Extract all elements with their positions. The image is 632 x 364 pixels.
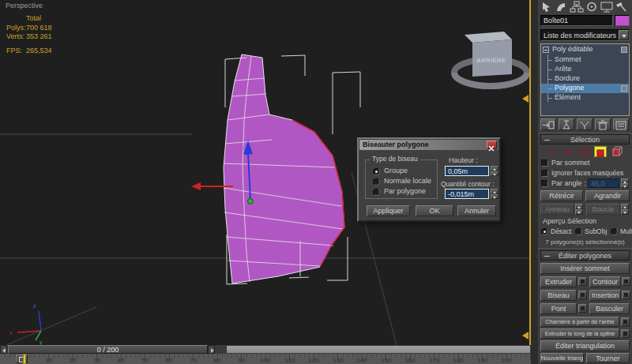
inset-button[interactable]: Insertion xyxy=(589,290,621,301)
by-angle-spinner[interactable] xyxy=(621,178,629,188)
object-name-field[interactable]: Boîte01 xyxy=(540,15,613,26)
preview-off-label[interactable]: Désact xyxy=(551,227,571,235)
outline-button[interactable]: Contour xyxy=(589,276,621,287)
splitter-marker-icon[interactable] xyxy=(522,95,529,103)
make-unique-icon[interactable] xyxy=(577,118,592,130)
bridge-settings-icon[interactable] xyxy=(578,304,587,313)
shrink-button[interactable]: Rétrécir xyxy=(540,190,583,201)
modify-icon[interactable] xyxy=(555,1,569,13)
grow-button[interactable]: Agrandir xyxy=(585,190,630,201)
apply-button[interactable]: Appliquer xyxy=(367,205,410,216)
insert-vertex-button[interactable]: Insérer sommet xyxy=(540,263,630,274)
height-spinner[interactable] xyxy=(491,166,498,176)
bridge-button[interactable]: Pont xyxy=(540,303,577,314)
radio-by-polygon[interactable] xyxy=(373,189,380,196)
hinge-settings-icon[interactable] xyxy=(621,317,630,326)
outline-settings-icon[interactable] xyxy=(622,277,630,286)
stack-item-element[interactable]: Élément xyxy=(541,93,629,103)
viewport-label[interactable]: Perspective xyxy=(6,2,43,9)
radio-local-normal[interactable] xyxy=(373,178,380,186)
create-icon[interactable] xyxy=(540,1,554,13)
pin-stack-icon[interactable] xyxy=(540,118,556,130)
modifier-list-dropdown[interactable]: Liste des modificateurs xyxy=(540,29,630,41)
by-angle-label[interactable]: Par angle : xyxy=(551,179,586,187)
extrude-button[interactable]: Extruder xyxy=(540,276,577,287)
hinge-from-edge-button[interactable]: Charnière à partir de l'arête xyxy=(540,317,619,327)
ok-button[interactable]: OK xyxy=(416,205,453,216)
inset-settings-icon[interactable] xyxy=(622,291,630,299)
preview-multi-label[interactable]: Multi xyxy=(620,227,632,235)
edge-subobject-icon[interactable] xyxy=(562,146,575,157)
remove-modifier-icon[interactable] xyxy=(595,118,611,130)
close-icon[interactable] xyxy=(487,141,497,149)
next-frame-button[interactable] xyxy=(208,345,215,354)
configure-modifier-sets-icon[interactable] xyxy=(613,118,629,130)
viewcube-back-label[interactable]: ARRIÈRE xyxy=(477,57,506,64)
axis-tripod: x z y xyxy=(9,303,43,345)
polygon-subobject-icon[interactable] xyxy=(594,146,607,157)
time-slider[interactable]: 0 / 200 xyxy=(8,345,208,354)
stack-item-border[interactable]: Bordure xyxy=(541,74,629,84)
splitter-marker-icon[interactable] xyxy=(522,332,529,340)
hierarchy-icon[interactable] xyxy=(570,1,584,13)
flip-button[interactable]: Basculer xyxy=(589,303,630,314)
preview-off-radio[interactable] xyxy=(541,228,548,235)
motion-icon[interactable] xyxy=(585,1,599,13)
border-subobject-icon[interactable] xyxy=(578,146,591,157)
extrude-along-spline-settings-icon[interactable] xyxy=(621,329,630,338)
stack-item-vertex[interactable]: Sommet xyxy=(541,55,629,65)
object-color-swatch[interactable] xyxy=(615,15,630,26)
viewcube[interactable]: ARRIÈRE xyxy=(454,32,527,86)
ignore-backfacing-checkbox[interactable] xyxy=(541,170,548,177)
preview-subobj-radio[interactable] xyxy=(575,228,582,235)
track-bar-tick: 70 xyxy=(186,357,201,364)
radio-group[interactable] xyxy=(373,168,380,175)
outline-amount-spinner[interactable] xyxy=(491,189,498,199)
current-frame-marker[interactable] xyxy=(23,354,26,364)
display-icon[interactable] xyxy=(600,1,614,13)
extrude-along-spline-button[interactable]: Extruder le long de la spline xyxy=(540,328,619,339)
track-bar-tick: 120 xyxy=(306,357,322,364)
height-input[interactable]: 0,05m xyxy=(445,166,489,176)
editable-poly-model[interactable] xyxy=(224,54,344,283)
stats-polys-label: Polys: xyxy=(6,24,26,32)
stack-item-polygon[interactable]: Polygone xyxy=(541,84,629,93)
stack-pin-icon[interactable] xyxy=(621,47,627,53)
radio-by-polygon-label[interactable]: Par polygone xyxy=(384,187,426,195)
ignore-backfacing-label[interactable]: Ignorer faces masquées xyxy=(551,169,623,177)
chevron-down-icon[interactable] xyxy=(619,30,629,40)
turn-button[interactable]: Tourner xyxy=(586,353,630,363)
retriangulate-button[interactable]: Nouvelle triang xyxy=(540,353,584,363)
dialog-title-bar[interactable]: Biseauter polygone xyxy=(359,140,498,150)
cancel-button[interactable]: Annuler xyxy=(457,205,496,216)
element-subobject-icon[interactable] xyxy=(610,146,623,157)
ring-button[interactable]: Anneau xyxy=(540,204,574,215)
track-bar[interactable]: 10 20 30 40 50 60 70 80 90 100 110 120 1… xyxy=(0,354,531,364)
previous-frame-button[interactable] xyxy=(0,345,7,354)
vertex-subobject-icon[interactable] xyxy=(547,146,559,157)
utilities-icon[interactable] xyxy=(615,1,629,13)
stack-root-row[interactable]: Poly éditable xyxy=(541,45,629,54)
edit-triangulation-button[interactable]: Éditer triangulation xyxy=(540,340,630,351)
by-vertex-label[interactable]: Par sommet xyxy=(551,159,590,167)
loop-button[interactable]: Boucle xyxy=(586,204,620,215)
edit-polygons-rollout-header[interactable]: Éditer polygones xyxy=(540,250,630,261)
preview-subobj-label[interactable]: SubObj xyxy=(585,227,607,235)
loop-spinner[interactable] xyxy=(621,204,629,215)
radio-group-label[interactable]: Groupe xyxy=(384,167,408,174)
stack-item-edge[interactable]: Arête xyxy=(541,65,629,74)
bevel-settings-icon[interactable] xyxy=(578,291,587,299)
selection-rollout-header[interactable]: Sélection xyxy=(540,134,630,144)
by-angle-input[interactable]: 45,0 xyxy=(588,178,619,188)
outline-amount-input[interactable]: -0,015m xyxy=(445,189,489,199)
radio-local-normal-label[interactable]: Normale locale xyxy=(384,177,431,185)
bevel-button[interactable]: Biseau xyxy=(540,290,577,301)
by-angle-checkbox[interactable] xyxy=(541,180,548,187)
preview-multi-radio[interactable] xyxy=(611,228,618,235)
collapse-icon[interactable] xyxy=(543,47,549,53)
extrude-settings-icon[interactable] xyxy=(578,277,587,286)
ring-spinner[interactable] xyxy=(575,204,583,215)
by-vertex-checkbox[interactable] xyxy=(541,159,548,167)
time-slider-track[interactable] xyxy=(226,345,531,354)
show-end-result-icon[interactable] xyxy=(559,118,574,130)
